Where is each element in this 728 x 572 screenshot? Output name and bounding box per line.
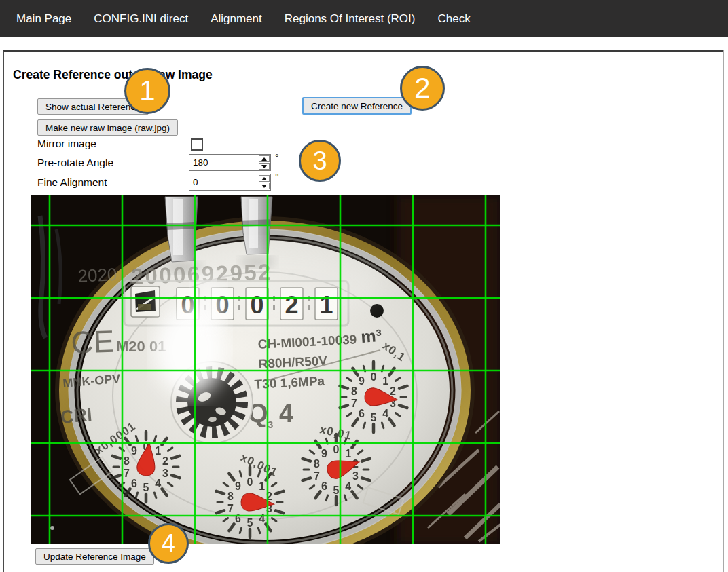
dial-numeral: 8 (228, 491, 234, 502)
dial-numeral: 6 (359, 408, 365, 419)
dial-numeral: 5 (371, 412, 377, 423)
marking-flow-q-value: 4 (279, 399, 293, 427)
mirror-image-label: Mirror image (37, 138, 96, 150)
fine-degree-suffix: ° (275, 172, 279, 183)
dial-numeral: 8 (351, 385, 357, 397)
dial-numeral: 4 (155, 478, 161, 489)
prerotate-spinner (259, 155, 270, 170)
top-navbar: Main Page CONFIG.INI direct Alignment Re… (0, 0, 728, 37)
dial-numeral: 9 (235, 480, 241, 492)
meter-serial-prefix: 2020 (77, 264, 117, 286)
dial-numeral: 4 (382, 408, 388, 419)
create-new-reference-button[interactable]: Create new Reference (302, 97, 412, 115)
spin-down-button[interactable] (259, 163, 270, 170)
prerotate-angle-label: Pre-rotate Angle (37, 157, 113, 169)
dial-numeral: 1 (259, 480, 265, 492)
dial-numeral: 7 (228, 503, 234, 514)
dial-numeral: 9 (359, 375, 365, 387)
make-new-raw-image-button[interactable]: Make new raw image (raw.jpg) (37, 119, 178, 136)
dial-numeral: 5 (333, 484, 340, 496)
dial-numeral: 7 (314, 470, 320, 482)
nav-item-config-ini[interactable]: CONFIG.INI direct (94, 12, 188, 26)
dial-numeral: 5 (247, 517, 253, 529)
content-panel: Create Reference out of Raw Image Show a… (3, 50, 724, 572)
dial-numeral: 4 (345, 480, 351, 492)
fine-spinner (259, 175, 270, 189)
annotation-circle-1: 1 (124, 68, 170, 114)
register-indicator-dot (370, 304, 384, 318)
annotation-circle-4: 4 (148, 523, 189, 564)
arrow-up-icon (261, 157, 267, 161)
nav-item-main-page[interactable]: Main Page (16, 12, 71, 26)
mirror-image-checkbox[interactable] (191, 138, 203, 151)
fine-alignment-label: Fine Alignment (37, 176, 107, 189)
dial-numeral: 9 (131, 445, 137, 457)
reference-image-preview: 2020 2000692952 00021 m³ CE M20 01 CH-MI… (31, 195, 500, 544)
dial-numeral: 2 (162, 455, 168, 467)
dial-numeral: 6 (131, 478, 137, 489)
prerotate-angle-input[interactable]: 180 (189, 154, 271, 171)
update-reference-image-button[interactable]: Update Reference Image (35, 548, 154, 565)
dial-numeral: 8 (314, 458, 320, 470)
dial-numeral: 1 (155, 445, 161, 457)
dial-numeral: 0 (333, 444, 340, 455)
arrow-down-icon (261, 185, 267, 188)
nav-item-roi[interactable]: Regions Of Interest (ROI) (285, 12, 416, 26)
dial-numeral: 5 (143, 482, 149, 493)
dial-numeral: 9 (321, 448, 327, 459)
spin-down-button[interactable] (259, 183, 270, 189)
annotation-circle-3: 3 (299, 140, 341, 182)
spin-up-button[interactable] (259, 175, 270, 182)
dial-numeral: 3 (352, 470, 359, 482)
dial-numeral: 2 (390, 385, 396, 397)
dial-numeral: 7 (124, 468, 130, 479)
nav-item-check[interactable]: Check (437, 12, 470, 26)
fine-alignment-input[interactable]: 0 (189, 174, 271, 191)
fine-alignment-value: 0 (189, 174, 258, 190)
marking-brand: CRI (60, 404, 93, 427)
prerotate-angle-value: 180 (189, 155, 258, 170)
nav-item-alignment[interactable]: Alignment (211, 12, 262, 26)
spin-up-button[interactable] (259, 155, 270, 162)
dial-numeral: 0 (247, 476, 253, 488)
dial-numeral: 7 (351, 398, 357, 409)
dial-numeral: 1 (382, 375, 388, 387)
dial-numeral: 3 (162, 468, 168, 479)
arrow-up-icon (261, 177, 267, 180)
arrow-down-icon (261, 165, 267, 168)
dial-numeral: 1 (345, 448, 351, 459)
prerotate-degree-suffix: ° (275, 152, 279, 163)
meter-unit: m³ (360, 326, 382, 346)
marking-ce: CE (71, 324, 115, 360)
annotation-circle-2: 2 (400, 66, 445, 111)
water-meter-photo: 2020 2000692952 00021 m³ CE M20 01 CH-MI… (31, 195, 500, 544)
page-title: Create Reference out of Raw Image (13, 68, 213, 82)
dial-numeral: 8 (124, 455, 130, 467)
dial-numeral: 6 (321, 480, 327, 492)
dial-numeral: 0 (371, 371, 377, 383)
